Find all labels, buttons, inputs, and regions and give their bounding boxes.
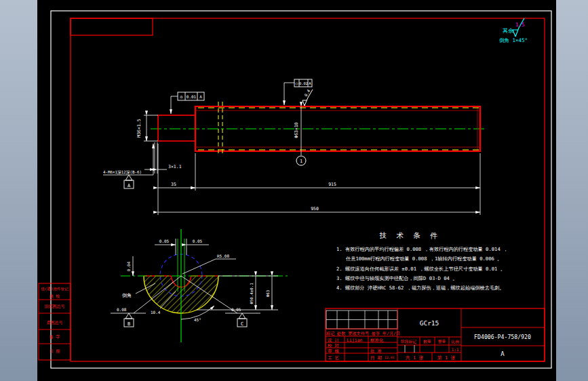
tech-line-2: 任意100mm行程内行程变动量 0.008 ，1轴转内行程变动量 0.006 。 bbox=[345, 256, 502, 262]
fcf2-tol: 0.02 bbox=[299, 81, 308, 85]
groove-dim: 3×1.1 bbox=[168, 164, 182, 169]
tech-title: 技 术 条 件 bbox=[380, 231, 440, 239]
weight-label: 重量 bbox=[438, 339, 446, 344]
strip-row-sign: 签 字 bbox=[50, 334, 60, 339]
mid-spec-text: Φ63×10 bbox=[294, 122, 299, 138]
depth-text: 10.4 bbox=[151, 310, 161, 315]
left-end-note-text: 4-M6×1深12深(B-6) bbox=[103, 170, 142, 175]
dim-950: 950 bbox=[311, 206, 319, 212]
strip-row-borrow: 借(通)用件登记 bbox=[41, 286, 68, 292]
viewport-background bbox=[37, 0, 556, 381]
strip-row-old-base: 旧底图总号 bbox=[45, 304, 65, 309]
designer-name: Lijian bbox=[347, 338, 363, 343]
design-label: 设 计 bbox=[328, 338, 339, 343]
cad-drawing-canvas: 其余 1.5 倒角 1×45° 3×1.1 bbox=[0, 0, 588, 381]
scale-label: 比例 bbox=[451, 340, 459, 344]
sheets-total: 共 1 张 bbox=[406, 355, 424, 361]
material-spec: GCr15 bbox=[420, 319, 439, 327]
roughness-value: 1.5 bbox=[515, 22, 525, 28]
revision-letter: A bbox=[501, 350, 505, 357]
tech-line-5: 4. 螺纹部分 淬硬HRC 58-62 ，磁力探伤，退磁，螺纹起始端倒棱去毛刺。 bbox=[336, 285, 504, 291]
audit-label: 审 核 bbox=[328, 348, 339, 354]
tech-line-3: 2. 螺纹滚道向任何截形误差 ±0.01 ，螺纹全长上节径尺寸变动量 0.01 … bbox=[336, 266, 505, 272]
strip-row-base: 底图总号 bbox=[47, 320, 63, 325]
qty-label: 数量 bbox=[423, 340, 431, 344]
chamfer-note: 倒角 1×45° bbox=[499, 37, 528, 43]
datum-c-letter: C bbox=[241, 321, 243, 327]
angle-text: 45° bbox=[194, 317, 201, 322]
fcf1-datum: A bbox=[199, 94, 202, 99]
dia-groove-text: Φ50.4±0.1 bbox=[250, 283, 254, 304]
dim-915: 915 bbox=[328, 182, 336, 187]
balloon-text: 1 bbox=[300, 159, 302, 164]
scale-value: 1:1 bbox=[451, 347, 458, 352]
fcf2-symbol: ○ bbox=[296, 81, 298, 85]
section-chamfer-label: 倒角 bbox=[122, 293, 132, 298]
strip-row-trace: 描 校 bbox=[50, 294, 60, 299]
dim-004-text: 0.04 bbox=[126, 261, 131, 271]
standardization-label: 标准化 bbox=[370, 338, 384, 343]
rev-header-row: 标记 处数 更改文件号 签字 年/月/日 bbox=[326, 331, 400, 336]
flag-right-value: 0.05 bbox=[231, 307, 241, 312]
dim-35: 35 bbox=[171, 182, 176, 187]
date-value: 12.03 bbox=[385, 356, 395, 359]
dim-005-left: 0.05 bbox=[159, 239, 170, 243]
strip-row-date: 日 期 bbox=[50, 348, 60, 354]
datum-b-letter: B bbox=[128, 321, 130, 327]
process-label: 工 艺 bbox=[328, 355, 339, 361]
sheet-number: 第 1 张 bbox=[437, 355, 456, 361]
qiyu-label: 其余 bbox=[503, 28, 513, 34]
tech-line-1: 1. 有效行程内的平均行程偏差 0.008 ，有效行程内的行程变动量 0.014… bbox=[336, 246, 508, 252]
cad-viewer-window: 其余 1.5 倒角 1×45° 3×1.1 bbox=[0, 0, 588, 381]
flag-left-value: 0.08 bbox=[117, 307, 127, 312]
approve-label: 批 准 bbox=[370, 348, 382, 354]
date-label: 日 期 bbox=[370, 355, 382, 361]
dia-outer-text: Φ63 bbox=[266, 289, 270, 297]
radius-text: R5.08 bbox=[217, 254, 229, 258]
drawing-number: FD4006-P4-758/920 bbox=[474, 334, 531, 340]
fcf1-symbol: ◎ bbox=[180, 94, 183, 100]
thread-dim-text: M36×1.5 bbox=[136, 119, 142, 137]
stage-label: 阶段标记 bbox=[401, 339, 416, 344]
check-label: 校 对 bbox=[327, 343, 339, 348]
fcf1-tol: 0.01 bbox=[187, 94, 197, 99]
dim-005-right: 0.05 bbox=[193, 239, 203, 243]
tech-line-4: 3. 螺纹中径与轴颈实测中径配合，间隙D 03-D 04 。 bbox=[336, 275, 457, 281]
